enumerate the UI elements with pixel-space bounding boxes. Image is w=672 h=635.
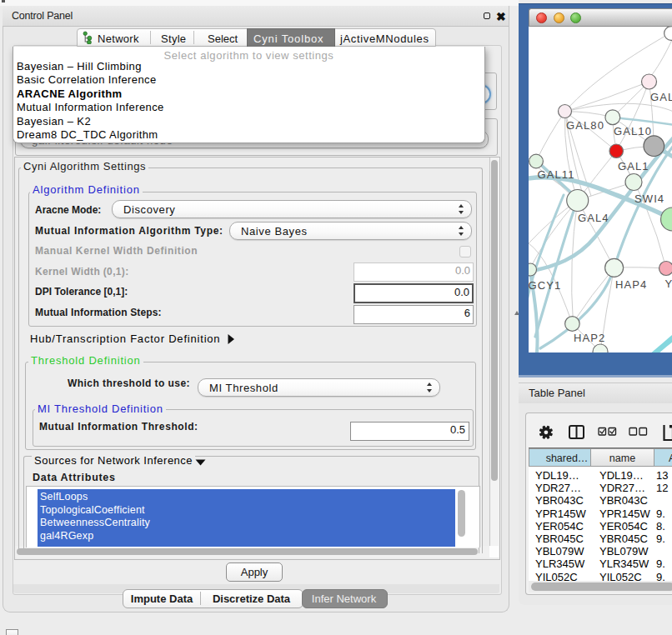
svg-text:GAL1: GAL1 <box>618 160 649 172</box>
svg-text:GAL4: GAL4 <box>578 212 609 224</box>
svg-text:HAP4: HAP4 <box>615 278 647 291</box>
svg-text:SWI4: SWI4 <box>634 192 664 205</box>
svg-text:GAL11: GAL11 <box>538 168 575 181</box>
svg-text:GCY1: GCY1 <box>529 279 561 292</box>
svg-text:GAL7: GAL7 <box>650 91 672 103</box>
svg-text:GAL10: GAL10 <box>614 125 652 138</box>
svg-text:GAL80: GAL80 <box>566 119 604 132</box>
svg-text:YM: YM <box>665 278 672 290</box>
svg-text:HAP2: HAP2 <box>574 332 605 344</box>
